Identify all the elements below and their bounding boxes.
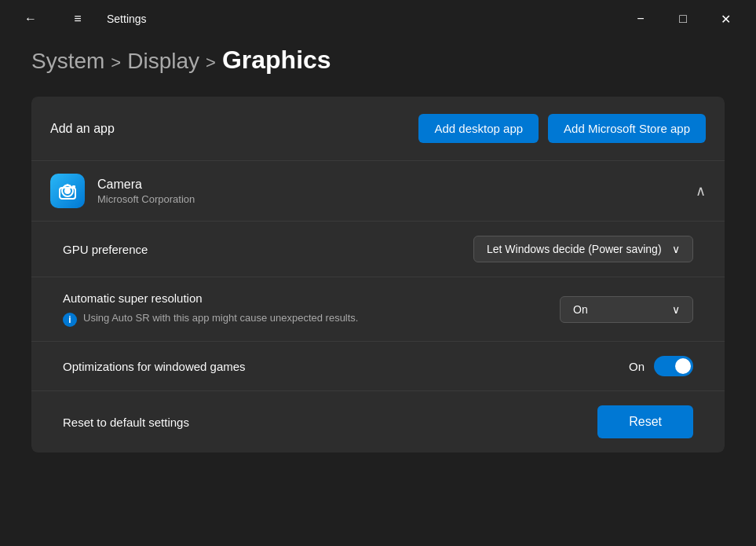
windowed-games-toggle-row: On <box>629 356 693 376</box>
title-bar: ← ≡ Settings − □ ✕ <box>0 0 756 38</box>
breadcrumb: System > Display > Graphics <box>31 46 725 75</box>
back-button[interactable]: ← <box>13 6 49 31</box>
title-bar-controls: ← ≡ Settings <box>13 6 613 31</box>
auto-sr-row: Automatic super resolution i Using Auto … <box>31 277 725 342</box>
reset-button[interactable]: Reset <box>597 405 693 438</box>
gpu-preference-label: GPU preference <box>63 243 148 256</box>
camera-app-item[interactable]: Camera Microsoft Corporation ∧ <box>31 161 725 222</box>
camera-chevron-icon[interactable]: ∧ <box>696 182 706 200</box>
breadcrumb-sep-2: > <box>206 53 216 73</box>
windowed-games-row: Optimizations for windowed games On <box>31 342 725 391</box>
app-title: Settings <box>107 13 147 25</box>
maximize-button[interactable]: □ <box>665 6 701 31</box>
auto-sr-desc-row: i Using Auto SR with this app might caus… <box>63 311 358 327</box>
auto-sr-dropdown[interactable]: On ∨ <box>560 296 693 323</box>
minimize-button[interactable]: − <box>623 6 659 31</box>
breadcrumb-system[interactable]: System <box>31 49 104 74</box>
gpu-preference-dropdown[interactable]: Let Windows decide (Power saving) ∨ <box>473 236 693 262</box>
window-buttons: − □ ✕ <box>623 6 743 31</box>
menu-button[interactable]: ≡ <box>60 6 96 31</box>
camera-app-icon <box>50 174 85 208</box>
breadcrumb-display[interactable]: Display <box>127 49 199 74</box>
close-button[interactable]: ✕ <box>707 6 743 31</box>
breadcrumb-sep-1: > <box>111 53 121 73</box>
add-app-row: Add an app Add desktop app Add Microsoft… <box>31 97 725 161</box>
windowed-games-label: Optimizations for windowed games <box>63 360 246 373</box>
add-desktop-app-button[interactable]: Add desktop app <box>418 114 539 143</box>
gpu-dropdown-chevron-icon: ∨ <box>672 243 680 255</box>
windowed-games-toggle[interactable] <box>654 356 693 376</box>
main-content: System > Display > Graphics Add an app A… <box>0 46 756 453</box>
auto-sr-chevron-icon: ∨ <box>672 303 680 316</box>
auto-sr-info-icon: i <box>63 313 77 327</box>
camera-app-info: Camera Microsoft Corporation <box>97 178 696 205</box>
camera-app-publisher: Microsoft Corporation <box>97 193 696 205</box>
reset-label: Reset to default settings <box>63 416 189 429</box>
toggle-knob <box>675 358 691 374</box>
auto-sr-title: Automatic super resolution <box>63 291 358 305</box>
auto-sr-left: Automatic super resolution i Using Auto … <box>63 291 358 327</box>
add-store-app-button[interactable]: Add Microsoft Store app <box>548 114 706 143</box>
gpu-preference-value: Let Windows decide (Power saving) <box>487 243 662 255</box>
add-app-buttons: Add desktop app Add Microsoft Store app <box>418 114 706 143</box>
settings-panel: Add an app Add desktop app Add Microsoft… <box>31 97 725 453</box>
breadcrumb-graphics: Graphics <box>222 46 331 75</box>
camera-app-name: Camera <box>97 178 696 192</box>
svg-point-2 <box>64 188 71 194</box>
add-app-label: Add an app <box>50 122 115 136</box>
reset-row: Reset to default settings Reset <box>31 391 725 453</box>
gpu-preference-row: GPU preference Let Windows decide (Power… <box>31 222 725 277</box>
auto-sr-value: On <box>573 303 588 316</box>
auto-sr-description: Using Auto SR with this app might cause … <box>83 311 358 325</box>
windowed-games-status: On <box>629 360 645 373</box>
